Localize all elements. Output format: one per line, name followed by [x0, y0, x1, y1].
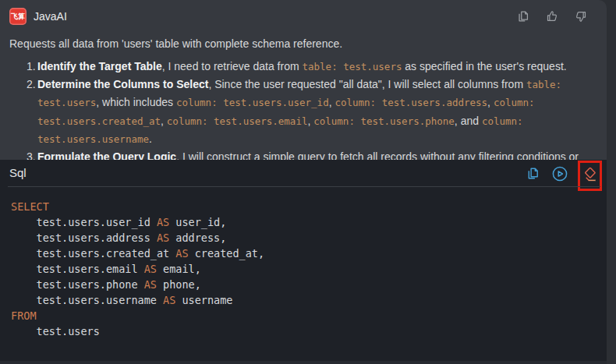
step-item: 2.Determine the Columns to Select, Since…	[27, 76, 593, 148]
text-segment: , I need to retrieve data from	[162, 60, 303, 72]
message-actions	[516, 9, 597, 23]
code-line: test.users.email AS email,	[11, 261, 596, 277]
code-line: test.users	[11, 323, 596, 339]
inline-code: column: test.users.address	[335, 97, 487, 108]
sql-code: SELECT test.users.user_id AS user_id, te…	[0, 187, 607, 351]
run-sql-icon[interactable]	[551, 165, 568, 186]
step-number: 2.	[27, 76, 36, 94]
thumbs-up-icon[interactable]	[545, 9, 559, 23]
sql-code-block: Sql	[0, 160, 607, 364]
code-line: test.users.username AS username	[11, 292, 596, 308]
copy-icon[interactable]	[516, 9, 530, 23]
eraser-icon[interactable]	[582, 167, 598, 186]
text-segment: .	[149, 133, 152, 145]
javaai-logo: 飞算	[9, 8, 27, 25]
inline-code: column: test.users.phone	[313, 115, 455, 127]
message-header: 飞算 JavaAI	[9, 7, 597, 26]
code-line: test.users.address AS address,	[11, 230, 596, 246]
text-segment: , which includes	[96, 96, 176, 108]
step-item: 1.Identify the Target Table, I need to r…	[27, 58, 593, 76]
code-line: SELECT	[11, 199, 596, 214]
chat-panel: 飞算 JavaAI	[0, 0, 616, 364]
step-number: 1.	[27, 58, 36, 76]
text-segment: as specified in the user's request.	[402, 60, 566, 72]
code-line: test.users.created_at AS created_at,	[11, 246, 596, 261]
text-segment: , Since the user requested "all data", I…	[208, 78, 526, 90]
code-block-header: Sql	[0, 160, 607, 187]
code-line: test.users.phone AS phone,	[11, 277, 596, 292]
bottom-edge	[0, 361, 607, 364]
text-segment: ,	[487, 96, 494, 108]
inline-code: column: test.users.email	[167, 115, 308, 127]
assistant-message-card: 飞算 JavaAI	[0, 0, 607, 364]
text-segment: Identify the Target Table	[37, 60, 162, 72]
code-line: FROM	[11, 308, 596, 323]
inline-code: column: test.users.user_id	[176, 97, 329, 108]
thumbs-down-icon[interactable]	[574, 9, 588, 23]
message-intro: Requests all data from 'users' table wit…	[9, 36, 593, 51]
copy-code-icon[interactable]	[526, 166, 540, 184]
inline-code: table: test.users	[303, 61, 402, 72]
code-language-label: Sql	[9, 166, 27, 179]
scroll-gutter[interactable]	[607, 0, 616, 364]
text-segment: Determine the Columns to Select	[37, 78, 208, 90]
divider	[8, 186, 600, 187]
text-segment: , and	[455, 115, 482, 127]
code-line: test.users.user_id AS user_id,	[11, 214, 596, 230]
app-name: JavaAI	[34, 10, 67, 23]
text-segment: ,	[161, 115, 167, 127]
